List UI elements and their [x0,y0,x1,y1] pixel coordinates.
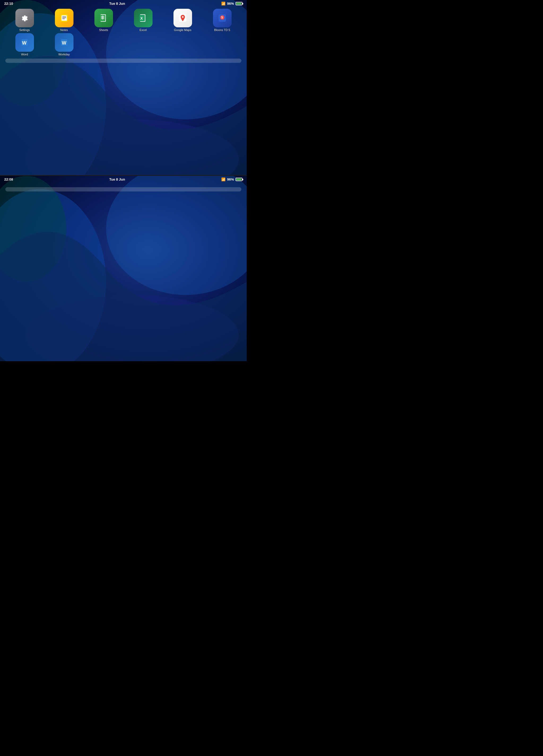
dock-1 [5,59,241,63]
screen1: 22:10 Tue 8 Jun 📶 96% SettingsNotesSheet… [0,0,247,175]
app-icon-img-gmaps [173,9,192,27]
status-right-2: 📶 96% [221,177,242,181]
wifi-icon-1: 📶 [221,2,225,6]
app-icon-img-settings [15,9,34,27]
app-label-settings: Settings [19,28,30,32]
screen2: 22:08 Tue 8 Jun 📶 96% [0,176,247,361]
svg-text:5: 5 [221,16,223,19]
svg-text:W: W [62,40,66,46]
status-bar-2: 22:08 Tue 8 Jun 📶 96% [0,176,247,182]
app-icon-img-sheets [94,9,113,27]
app-icon-word[interactable]: WWord [5,33,44,56]
app-icon-img-bloons5: 5 [213,9,231,27]
app-icon-img-workday: W [55,33,73,52]
app-icon-excel[interactable]: XExcel [123,9,163,32]
status-time-1: 22:10 [4,2,13,6]
app-icon-notes[interactable]: Notes [44,9,84,32]
svg-rect-5 [62,15,67,21]
battery-pct-2: 96% [227,177,234,181]
app-icon-img-word: W [15,33,34,52]
app-label-word: Word [21,53,28,56]
svg-point-27 [106,176,247,295]
app-label-excel: Excel [139,28,147,32]
app-icon-bloons5[interactable]: 5Bloons TD 5 [202,9,242,32]
status-bar-1: 22:10 Tue 8 Jun 📶 96% [0,0,247,7]
app-icon-gmaps[interactable]: Google Maps [163,9,202,32]
app-grid-2 [0,182,247,186]
battery-pct-1: 96% [227,2,234,6]
dock-2 [5,187,241,191]
app-label-sheets: Sheets [99,28,108,32]
app-icon-img-excel: X [134,9,152,27]
svg-text:X: X [140,16,143,20]
svg-text:W: W [22,40,27,46]
status-date-2: Tue 8 Jun [109,177,125,181]
app-label-bloons5: Bloons TD 5 [214,28,230,32]
status-date-1: Tue 8 Jun [109,2,125,6]
battery-icon-1 [235,2,242,5]
app-grid-1: SettingsNotesSheetsXExcelGoogle Maps5Blo… [0,7,247,57]
status-time-2: 22:08 [4,177,13,181]
app-icon-img-notes [55,9,73,27]
status-right-1: 📶 96% [221,2,242,6]
app-label-workday: Workday [58,53,70,56]
battery-icon-2 [235,178,242,181]
app-label-notes: Notes [60,28,68,32]
wifi-icon-2: 📶 [221,177,225,181]
app-icon-workday[interactable]: WWorkday [44,33,84,56]
app-label-gmaps: Google Maps [174,28,191,32]
app-icon-settings[interactable]: Settings [5,9,44,32]
app-icon-sheets[interactable]: Sheets [84,9,123,32]
